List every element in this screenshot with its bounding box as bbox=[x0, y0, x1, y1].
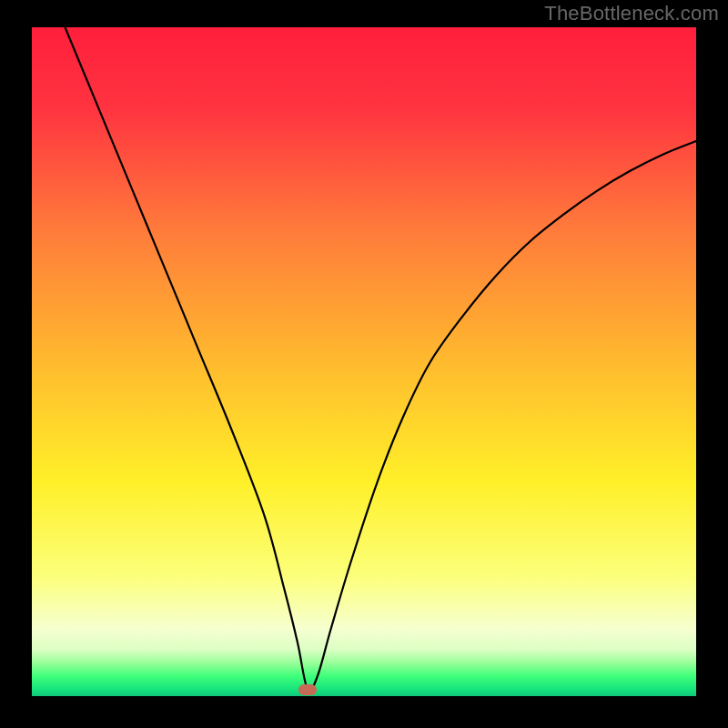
plot-area bbox=[32, 27, 696, 696]
optimal-point-marker bbox=[298, 684, 317, 695]
chart-frame: TheBottleneck.com bbox=[0, 0, 728, 728]
bottleneck-curve bbox=[32, 27, 696, 696]
watermark-text: TheBottleneck.com bbox=[544, 2, 719, 25]
